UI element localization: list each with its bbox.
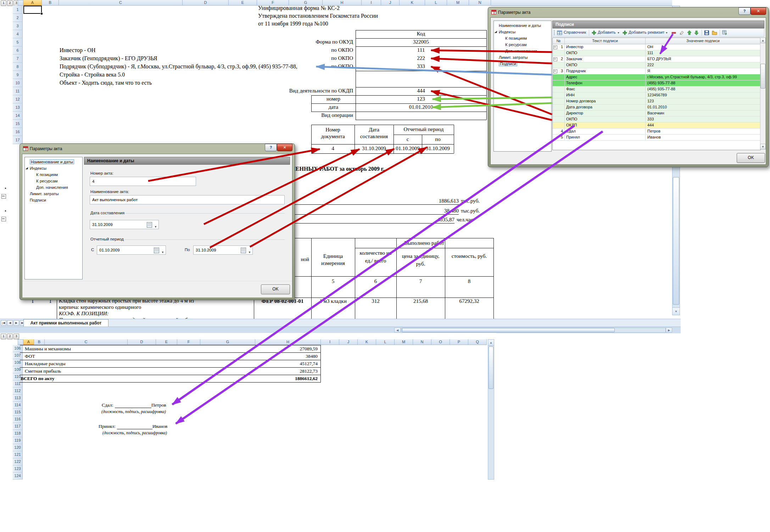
row-header[interactable]: 113 [13,395,23,402]
column-header[interactable]: K [358,339,376,345]
signature-row[interactable]: 4 Сдал Петров [553,129,760,135]
row-header[interactable]: 121 [13,451,23,458]
column-header[interactable]: N [469,0,491,6]
signature-row[interactable]: ОКПО 333 [553,117,760,123]
selection-fill-handle[interactable] [40,12,43,15]
signature-row[interactable]: Телефон (495) 935-77-88 [553,80,760,86]
column-header[interactable]: D [183,0,229,6]
row-header[interactable]: 14 [13,112,23,120]
row-header[interactable]: 8 [13,63,23,71]
signature-row[interactable]: Директор Васечкин [553,111,760,117]
tree-item[interactable]: ◢ Подписи [494,61,551,67]
column-header[interactable]: C [45,339,128,345]
calendar-icon[interactable] [241,248,246,253]
period-to-picker[interactable]: 31.10.2009▼ [193,245,253,255]
column-header[interactable]: G [200,339,255,345]
column-header[interactable]: P [450,339,468,345]
v-scrollbar-down-icon[interactable]: ▼ [672,307,680,315]
row-header[interactable]: 117 [13,423,23,430]
signature-row[interactable]: 5 Принял Иванов [553,135,760,141]
column-header[interactable]: C [59,0,183,6]
row-header[interactable]: 11 [13,87,23,95]
signature-row[interactable]: ИНН 123456789 [553,92,760,98]
select-all-corner[interactable] [18,0,23,6]
tree-item[interactable]: ◢ К ресурсам [494,41,551,48]
totals-row[interactable]: Машины и механизмы 27089,59 [20,345,320,353]
column-header[interactable]: I [321,339,339,345]
signature-row[interactable]: Адрес г.Москва, ул.Страстной бульвар, 4/… [553,74,760,80]
caret-down-icon[interactable]: ▼ [154,223,157,231]
signature-row[interactable]: 3 Подрядчик Я [553,68,760,74]
grid-scrollbar-down-icon[interactable]: ▼ [760,144,766,149]
row-header[interactable]: 124 [13,472,23,480]
row-header[interactable]: 119 [13,437,23,444]
column-header[interactable]: B [42,0,59,6]
move-up-icon[interactable] [687,30,692,35]
close-button[interactable]: ✕ [277,144,292,151]
add-requisite-caret-icon[interactable]: ▼ [665,32,668,34]
h-scrollbar-left-icon[interactable]: ◀ [394,328,401,333]
tree-item[interactable]: ◢ К позициям [25,171,82,178]
row-header[interactable]: 5 [13,38,23,46]
v-scrollbar-thumb[interactable] [673,177,679,305]
row-header[interactable]: 4 [13,30,23,38]
add-button[interactable]: Добавить [598,30,616,34]
totals-row[interactable]: ФОТ 38480 [20,353,320,360]
row-header[interactable]: 122 [13,458,23,465]
outline-level-button[interactable]: 2 [7,334,13,339]
tree-item[interactable]: ◢ Доп. начисления [494,48,551,54]
signature-row[interactable]: Факс (495) 935-77-88 [553,86,760,92]
tree-item[interactable]: ◢ К позициям [494,35,551,41]
outline-level-button[interactable]: 1 [1,0,6,6]
save-icon[interactable] [704,30,709,35]
collapse-group-icon[interactable] [553,69,557,73]
column-header[interactable]: Q [468,339,487,345]
row-header[interactable]: 3 [13,22,23,30]
tree-item[interactable]: ◢ Подписи [25,197,82,203]
ok-button[interactable]: OK [261,284,290,294]
h-scrollbar-thumb[interactable] [402,328,615,332]
outline-level-button[interactable]: 3 [13,334,19,339]
paste-table-icon[interactable] [722,30,727,35]
grid-scrollbar-up-icon[interactable]: ▲ [760,38,766,43]
grid-scrollbar-thumb[interactable] [760,64,765,89]
row-header[interactable]: 112 [13,387,23,395]
select-all-corner[interactable] [18,339,23,345]
signature-row[interactable]: 2 Заказчик ЕГО ДРУЗЬЯ [553,56,760,62]
v-scrollbar-thumb[interactable] [489,346,493,389]
tree-item[interactable]: ◢ Лимит. затраты [25,191,82,197]
tree-item[interactable]: ◢ Доп. начисления [25,184,82,191]
collapse-group-icon[interactable] [553,45,557,49]
column-header[interactable]: A [23,339,34,345]
column-header[interactable]: E [229,0,257,6]
calendar-icon[interactable] [154,248,159,253]
h-scrollbar-right-icon[interactable]: ▶ [666,328,672,333]
column-header[interactable]: L [425,0,447,6]
column-header[interactable]: B [34,339,45,345]
help-button[interactable]: ? [265,144,277,151]
row-header[interactable]: 116 [13,416,23,423]
tree-item[interactable]: ◢ К ресурсам [25,178,82,184]
column-header[interactable]: J [381,0,400,6]
totals-row[interactable]: Сметная прибыль 28122,73 [20,368,320,375]
outline-level-button[interactable]: 1 [1,334,6,339]
tab-nav-button[interactable]: |◀ [1,320,6,326]
outline-collapse-box[interactable] [1,217,6,221]
outline-level-button[interactable]: 2 [7,0,13,6]
selected-cell-a1[interactable] [23,6,42,14]
signature-row[interactable]: ОКПО 111 [553,50,760,56]
column-header[interactable]: K [400,0,425,6]
move-down-icon[interactable] [694,30,699,35]
row-header[interactable]: 2 [13,14,23,22]
tree-expander-icon[interactable]: ◢ [26,165,28,171]
column-header[interactable]: O [431,339,450,345]
column-header[interactable]: I [362,0,381,6]
tree-item[interactable]: ◢ Индексы [25,165,82,171]
row-header[interactable]: 6 [13,46,23,55]
grid-header-num[interactable]: № [553,38,565,44]
row-header[interactable]: 10 [13,79,23,87]
totals-row[interactable]: Накладные расходы 45127,74 [20,360,320,368]
signature-row[interactable]: ОКДП 444 [553,123,760,129]
help-button[interactable]: ? [738,7,751,15]
signature-row[interactable]: Дата договора 01.01.2010 [553,104,760,111]
